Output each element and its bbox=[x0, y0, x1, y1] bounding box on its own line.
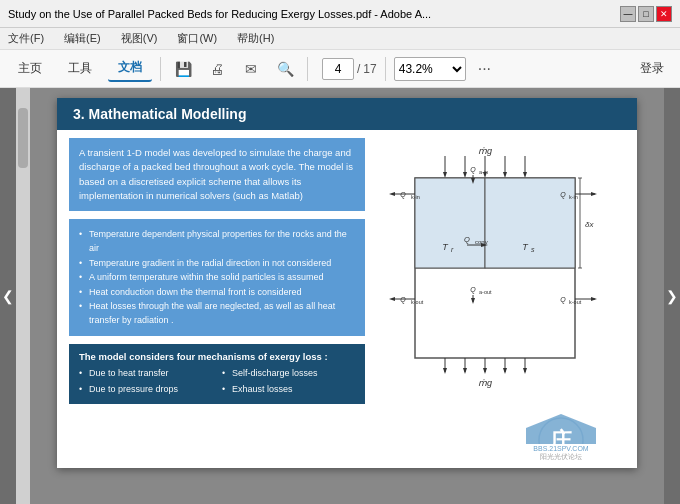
search-button[interactable]: 🔍 bbox=[271, 55, 299, 83]
watermark-text: BBS.21SPV.COM bbox=[533, 444, 588, 453]
svg-text:s: s bbox=[531, 246, 535, 253]
exergy-item-4: Exhaust losses bbox=[222, 382, 355, 396]
svg-marker-46 bbox=[471, 298, 475, 304]
svg-text:k-out: k-out bbox=[411, 299, 424, 305]
save-button[interactable]: 💾 bbox=[169, 55, 197, 83]
description-text: A transient 1-D model was developed to s… bbox=[79, 147, 353, 201]
svg-text:δx: δx bbox=[585, 220, 594, 229]
watermark: 庄 BBS.21SPV.COM 阳光光伏论坛 bbox=[501, 412, 621, 462]
content-area: A transient 1-D model was developed to s… bbox=[57, 130, 637, 437]
pdf-container: 3. Mathematical Modelling A transient 1-… bbox=[30, 88, 664, 504]
maximize-button[interactable]: □ bbox=[638, 6, 654, 22]
scrollbar[interactable] bbox=[16, 88, 30, 504]
svg-text:ṁg: ṁg bbox=[478, 378, 492, 388]
zoom-select[interactable]: 43.2% 50% 75% 100% bbox=[394, 57, 466, 81]
exergy-title: The model considers four mechanisms of e… bbox=[79, 351, 355, 362]
watermark-label: 阳光光伏论坛 bbox=[540, 453, 582, 462]
menu-edit[interactable]: 编辑(E) bbox=[60, 29, 105, 48]
tools-button[interactable]: 工具 bbox=[58, 56, 102, 81]
svg-text:Q: Q bbox=[464, 235, 470, 244]
svg-marker-2 bbox=[443, 172, 447, 178]
window-title: Study on the Use of Parallel Packed Beds… bbox=[8, 8, 612, 20]
home-button[interactable]: 主页 bbox=[8, 56, 52, 81]
exergy-box: The model considers four mechanisms of e… bbox=[69, 344, 365, 404]
left-panel: A transient 1-D model was developed to s… bbox=[57, 138, 377, 429]
exergy-item-2: Self-discharge losses bbox=[222, 366, 355, 380]
exergy-item-1: Due to heat transfer bbox=[79, 366, 212, 380]
menu-view[interactable]: 视图(V) bbox=[117, 29, 162, 48]
minimize-button[interactable]: — bbox=[620, 6, 636, 22]
svg-text:Q: Q bbox=[400, 191, 406, 199]
svg-text:k-in: k-in bbox=[411, 194, 420, 200]
assumption-item-1: Temperature dependent physical propertie… bbox=[79, 227, 355, 256]
section-title: 3. Mathematical Modelling bbox=[73, 106, 246, 122]
svg-marker-56 bbox=[483, 368, 487, 374]
svg-marker-8 bbox=[503, 172, 507, 178]
svg-text:Q: Q bbox=[470, 166, 476, 174]
svg-text:k-out: k-out bbox=[569, 299, 582, 305]
watermark-svg: 庄 bbox=[511, 412, 611, 444]
svg-text:Q: Q bbox=[560, 296, 566, 304]
svg-marker-26 bbox=[591, 192, 597, 196]
assumption-item-2: Temperature gradient in the radial direc… bbox=[79, 256, 355, 270]
svg-rect-13 bbox=[415, 178, 485, 268]
right-panel: ṁg bbox=[377, 138, 637, 429]
assumption-item-3: A uniform temperature within the solid p… bbox=[79, 270, 355, 284]
page-separator: / bbox=[357, 62, 360, 76]
toolbar-separator-2 bbox=[307, 57, 308, 81]
email-button[interactable]: ✉ bbox=[237, 55, 265, 83]
print-button[interactable]: 🖨 bbox=[203, 55, 231, 83]
diagram-area: ṁg bbox=[385, 142, 615, 425]
main-area: ❮ 3. Mathematical Modelling A transient … bbox=[0, 88, 680, 504]
exergy-item-3: Due to pressure drops bbox=[79, 382, 212, 396]
svg-text:ṁg: ṁg bbox=[478, 146, 492, 156]
svg-marker-50 bbox=[591, 297, 597, 301]
diagram-svg: ṁg bbox=[385, 142, 605, 422]
login-button[interactable]: 登录 bbox=[632, 56, 672, 81]
title-bar: Study on the Use of Parallel Packed Beds… bbox=[0, 0, 680, 28]
menu-file[interactable]: 文件(F) bbox=[4, 29, 48, 48]
svg-text:Q: Q bbox=[400, 296, 406, 304]
toolbar-separator-3 bbox=[385, 57, 386, 81]
pdf-page: 3. Mathematical Modelling A transient 1-… bbox=[57, 98, 637, 468]
svg-text:Q: Q bbox=[470, 286, 476, 294]
svg-text:Q: Q bbox=[560, 191, 566, 199]
document-button[interactable]: 文档 bbox=[108, 55, 152, 82]
close-button[interactable]: ✕ bbox=[656, 6, 672, 22]
exergy-grid: Due to heat transfer Self-discharge loss… bbox=[79, 366, 355, 397]
nav-right-arrow[interactable]: ❯ bbox=[664, 88, 680, 504]
svg-marker-10 bbox=[523, 172, 527, 178]
svg-marker-52 bbox=[443, 368, 447, 374]
assumptions-list: Temperature dependent physical propertie… bbox=[69, 219, 365, 336]
section-header: 3. Mathematical Modelling bbox=[57, 98, 637, 130]
svg-marker-18 bbox=[389, 192, 395, 196]
scroll-thumb[interactable] bbox=[18, 108, 28, 168]
svg-text:庄: 庄 bbox=[549, 428, 573, 444]
assumption-item-5: Heat losses through the wall are neglect… bbox=[79, 299, 355, 328]
nav-left-arrow[interactable]: ❮ bbox=[0, 88, 16, 504]
svg-marker-60 bbox=[523, 368, 527, 374]
page-input[interactable] bbox=[322, 58, 354, 80]
svg-marker-42 bbox=[389, 297, 395, 301]
svg-marker-4 bbox=[463, 172, 467, 178]
svg-marker-58 bbox=[503, 368, 507, 374]
description-box: A transient 1-D model was developed to s… bbox=[69, 138, 365, 211]
svg-marker-54 bbox=[463, 368, 467, 374]
menu-help[interactable]: 帮助(H) bbox=[233, 29, 278, 48]
window-controls: — □ ✕ bbox=[620, 6, 672, 22]
menu-bar: 文件(F) 编辑(E) 视图(V) 窗口(W) 帮助(H) bbox=[0, 28, 680, 50]
svg-text:k-in: k-in bbox=[569, 194, 578, 200]
menu-window[interactable]: 窗口(W) bbox=[173, 29, 221, 48]
toolbar-separator bbox=[160, 57, 161, 81]
page-total: 17 bbox=[363, 62, 376, 76]
svg-text:a-in: a-in bbox=[479, 169, 488, 175]
page-navigation: / 17 bbox=[322, 58, 377, 80]
toolbar: 主页 工具 文档 💾 🖨 ✉ 🔍 / 17 43.2% 50% 75% 100%… bbox=[0, 50, 680, 88]
assumption-item-4: Heat conduction down the thermal front i… bbox=[79, 285, 355, 299]
svg-text:a-out: a-out bbox=[479, 289, 492, 295]
more-button[interactable]: ··· bbox=[472, 58, 497, 80]
